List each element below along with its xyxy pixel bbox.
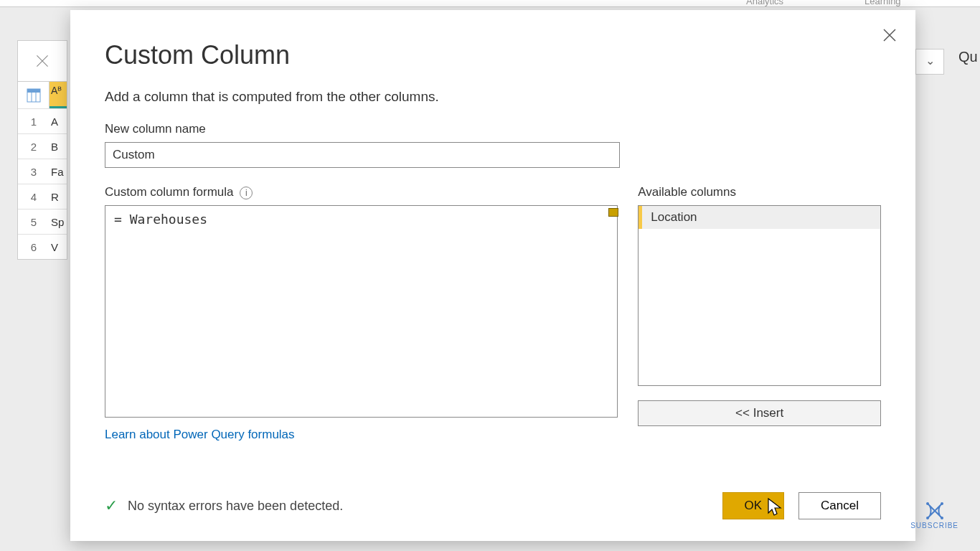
ribbon-group-analytics: Analytics	[746, 0, 783, 6]
svg-rect-1	[27, 89, 40, 93]
svg-point-4	[926, 502, 929, 505]
table-row[interactable]: 3Fa	[18, 159, 67, 184]
cell: A	[50, 116, 67, 128]
svg-point-7	[941, 517, 943, 519]
table-row[interactable]: 1A	[18, 108, 67, 133]
query-settings-header: Qu	[958, 49, 980, 65]
svg-point-5	[941, 502, 943, 505]
dialog-title: Custom Column	[105, 40, 881, 70]
data-grid: Aᴮ 1A 2B 3Fa 4R 5Sp 6V	[17, 40, 67, 260]
cell: R	[50, 191, 67, 203]
table-row[interactable]: 4R	[18, 184, 67, 209]
close-button[interactable]	[880, 26, 900, 46]
formula-text: = Warehouses	[105, 206, 617, 232]
formula-label: Custom column formula i	[105, 185, 618, 199]
cell: V	[50, 241, 67, 253]
insert-column-button[interactable]: << Insert	[638, 400, 881, 426]
ribbon-group-learning: Learning	[864, 0, 901, 6]
status-message: No syntax errors have been detected.	[128, 499, 343, 514]
available-column-item[interactable]: Location	[639, 206, 880, 229]
syntax-status: ✓ No syntax errors have been detected.	[105, 496, 343, 515]
cell: Fa	[50, 166, 67, 178]
cancel-button[interactable]: Cancel	[798, 492, 881, 519]
row-number: 1	[18, 116, 50, 128]
formula-label-text: Custom column formula	[105, 185, 234, 199]
available-columns-label: Available columns	[638, 185, 881, 199]
row-number: 6	[18, 241, 50, 253]
svg-point-6	[926, 517, 929, 519]
subscribe-text: SUBSCRIBE	[910, 522, 958, 529]
row-number: 5	[18, 216, 50, 228]
table-row[interactable]: 2B	[18, 133, 67, 159]
row-number: 2	[18, 141, 50, 153]
grid-header-row: Aᴮ	[18, 81, 67, 108]
custom-column-dialog: Custom Column Add a column that is compu…	[70, 10, 915, 541]
queries-pane-close-button[interactable]	[18, 41, 67, 81]
dialog-description: Add a column that is computed from the o…	[105, 89, 881, 105]
row-number: 3	[18, 166, 50, 178]
cell: Sp	[50, 216, 67, 228]
cell: B	[50, 141, 67, 153]
new-column-name-input[interactable]	[105, 142, 620, 168]
info-icon[interactable]: i	[240, 187, 253, 199]
new-column-name-label: New column name	[105, 122, 881, 136]
table-row[interactable]: 5Sp	[18, 209, 67, 234]
ok-button[interactable]: OK	[722, 492, 785, 519]
available-columns-list[interactable]: Location	[638, 205, 881, 386]
row-number: 4	[18, 191, 50, 203]
subscribe-watermark: SUBSCRIBE	[910, 502, 958, 529]
column-header[interactable]: Aᴮ	[50, 82, 67, 108]
learn-formulas-link[interactable]: Learn about Power Query formulas	[105, 428, 295, 442]
formula-input[interactable]: = Warehouses	[105, 205, 618, 418]
dialog-footer: ✓ No syntax errors have been detected. O…	[105, 492, 881, 519]
table-icon[interactable]	[18, 82, 50, 108]
check-icon: ✓	[105, 496, 118, 515]
ribbon-bg: Analytics Learning	[0, 0, 980, 7]
caret-indicator	[608, 208, 618, 217]
chevron-down-icon: ⌄	[925, 55, 935, 67]
formula-bar-collapse-button[interactable]: ⌄	[915, 49, 944, 75]
table-row[interactable]: 6V	[18, 234, 67, 259]
